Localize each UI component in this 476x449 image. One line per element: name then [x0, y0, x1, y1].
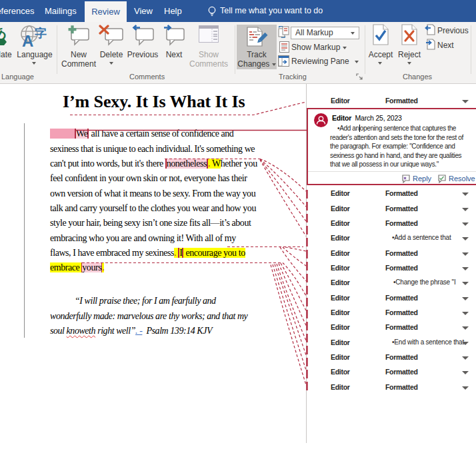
svg-text:A: A: [22, 32, 33, 49]
svg-text:字: 字: [35, 27, 47, 40]
svg-text:あ: あ: [0, 24, 7, 41]
